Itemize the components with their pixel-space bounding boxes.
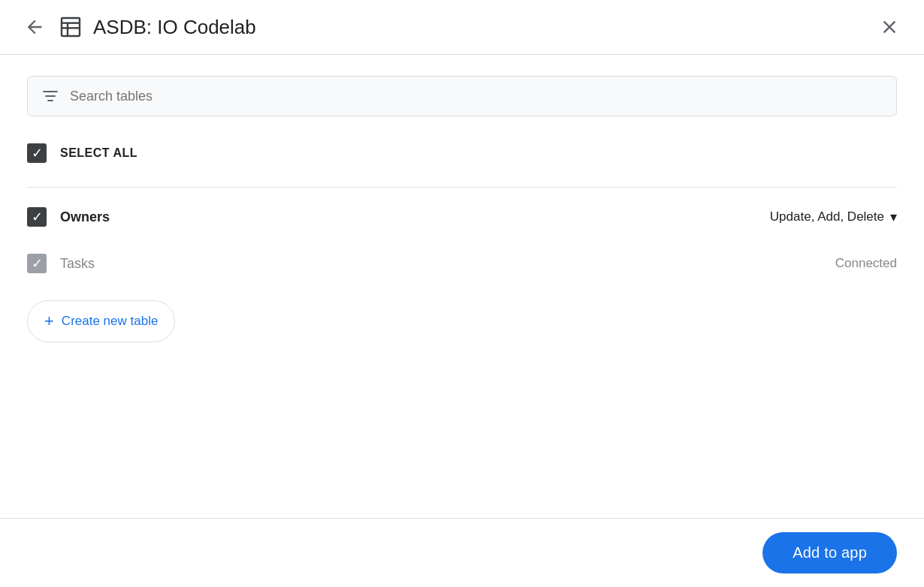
owners-permissions-dropdown[interactable]: Update, Add, Delete ▾ xyxy=(770,209,897,225)
table-row: ✓ Tasks Connected xyxy=(27,240,897,287)
svg-rect-0 xyxy=(62,18,80,36)
divider-1 xyxy=(27,187,897,188)
filter-icon xyxy=(41,87,59,105)
search-input[interactable] xyxy=(70,89,883,104)
search-container xyxy=(27,76,897,116)
select-all-row: ✓ SELECT ALL xyxy=(27,137,897,169)
header: ASDB: IO Codelab xyxy=(0,0,924,55)
create-new-table-button[interactable]: + Create new table xyxy=(27,300,175,342)
footer: Add to app xyxy=(0,518,924,587)
table-row: ✓ Owners Update, Add, Delete ▾ xyxy=(27,194,897,240)
back-button[interactable] xyxy=(21,14,48,41)
checkmark-icon: ✓ xyxy=(32,146,43,160)
content: ✓ SELECT ALL ✓ Owners Update, Add, Delet… xyxy=(0,55,924,518)
dialog-title: ASDB: IO Codelab xyxy=(93,16,876,39)
select-all-checkbox[interactable]: ✓ xyxy=(27,143,47,163)
select-all-label: SELECT ALL xyxy=(60,146,137,160)
permissions-label: Update, Add, Delete xyxy=(770,209,884,224)
create-new-table-label: Create new table xyxy=(62,314,159,329)
add-to-app-button[interactable]: Add to app xyxy=(762,532,897,573)
table-icon xyxy=(59,15,83,39)
close-button[interactable] xyxy=(876,14,903,41)
tasks-table-name: Tasks xyxy=(60,256,835,272)
chevron-down-icon: ▾ xyxy=(890,209,897,225)
tasks-checkbox[interactable]: ✓ xyxy=(27,254,47,273)
checkmark-icon: ✓ xyxy=(32,257,43,270)
connected-status: Connected xyxy=(835,256,897,271)
owners-checkbox[interactable]: ✓ xyxy=(27,207,47,227)
plus-icon: + xyxy=(44,312,54,331)
checkmark-icon: ✓ xyxy=(32,210,43,224)
owners-table-name: Owners xyxy=(60,209,770,225)
dialog: ASDB: IO Codelab ✓ SELECT ALL xyxy=(0,0,924,587)
